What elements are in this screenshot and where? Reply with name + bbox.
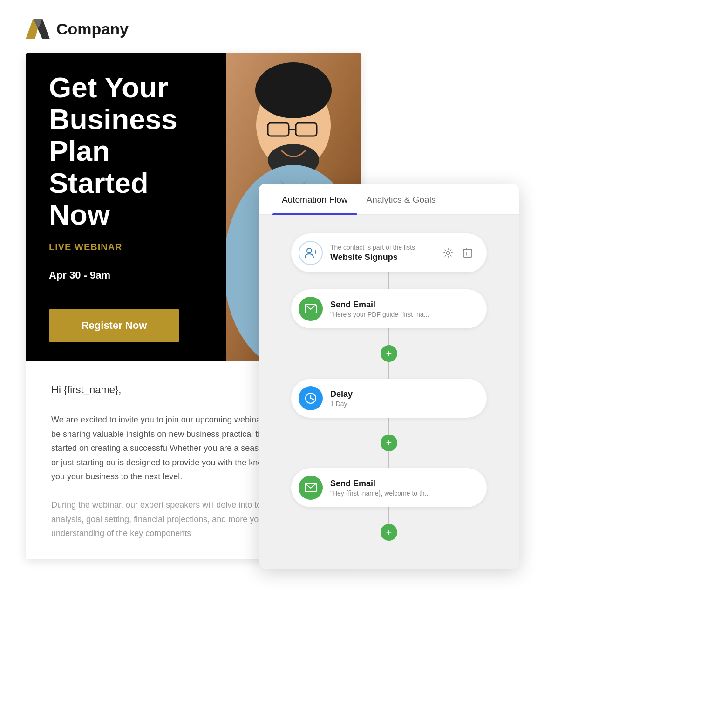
add-node-button-1[interactable]: + [381,345,397,362]
svg-rect-16 [463,250,472,257]
add-node-button-3[interactable]: + [381,524,397,541]
trigger-actions [440,245,476,261]
add-contact-icon [304,246,317,259]
connector-3 [388,362,389,379]
connector-5 [388,451,389,468]
tabs-header: Automation Flow Analytics & Goals [259,184,519,215]
email-node-1-sub: "Here's your PDF guide {first_na... [330,311,476,318]
delay-node-text: Delay 1 Day [330,389,476,408]
send-email-node-1: Send Email "Here's your PDF guide {first… [291,289,487,328]
delay-label-sub: 1 Day [330,400,476,408]
automation-card: Automation Flow Analytics & Goals The co… [259,184,519,569]
banner-subline: LIVE WEBINAR [49,242,203,252]
tab-analytics-goals[interactable]: Analytics & Goals [357,184,445,214]
clock-icon [304,392,317,405]
trigger-icon-circle [299,241,323,265]
trigger-label-small: The contact is part of the lists [330,244,433,251]
banner-date: Apr 30 - 9am [49,269,203,281]
send-email-node-2: Send Email "Hey {first_name}, welcome to… [291,468,487,507]
svg-point-5 [255,62,332,118]
company-logo-icon [26,19,50,39]
email-icon-circle-1 [299,297,323,321]
delay-node: Delay 1 Day [291,379,487,418]
trigger-label-main: Website Signups [330,252,433,262]
connector-4 [388,418,389,435]
svg-point-12 [307,248,312,253]
trash-icon [463,248,472,258]
connector-1 [388,272,389,289]
email-node-1-text: Send Email "Here's your PDF guide {first… [330,300,476,318]
delay-label-main: Delay [330,389,476,399]
trigger-text: The contact is part of the lists Website… [330,244,433,262]
trigger-settings-button[interactable] [440,245,456,261]
email-node-2-text: Send Email "Hey {first_name}, welcome to… [330,479,476,497]
email-icon-circle-2 [299,476,323,500]
delay-icon-circle [299,386,323,410]
email-icon-2 [305,483,317,492]
connector-6 [388,507,389,524]
email-node-1-label: Send Email [330,300,476,310]
company-name: Company [56,20,129,38]
trigger-delete-button[interactable] [460,245,476,261]
tab-automation-flow[interactable]: Automation Flow [272,184,357,214]
connector-2 [388,328,389,345]
trigger-node: The contact is part of the lists Website… [291,233,487,272]
svg-point-15 [447,252,450,255]
email-icon-1 [305,304,317,313]
gear-icon [443,248,453,258]
banner-headline: Get Your Business Plan Started Now [49,72,203,231]
header: Company [0,0,728,53]
email-node-2-sub: "Hey {first_name}, welcome to th... [330,490,476,497]
email-node-2-label: Send Email [330,479,476,489]
register-button[interactable]: Register Now [49,309,179,342]
banner-left: Get Your Business Plan Started Now LIVE … [26,53,226,361]
add-node-button-2[interactable]: + [381,435,397,451]
flow-content: The contact is part of the lists Website… [259,215,519,569]
svg-line-25 [311,398,313,400]
